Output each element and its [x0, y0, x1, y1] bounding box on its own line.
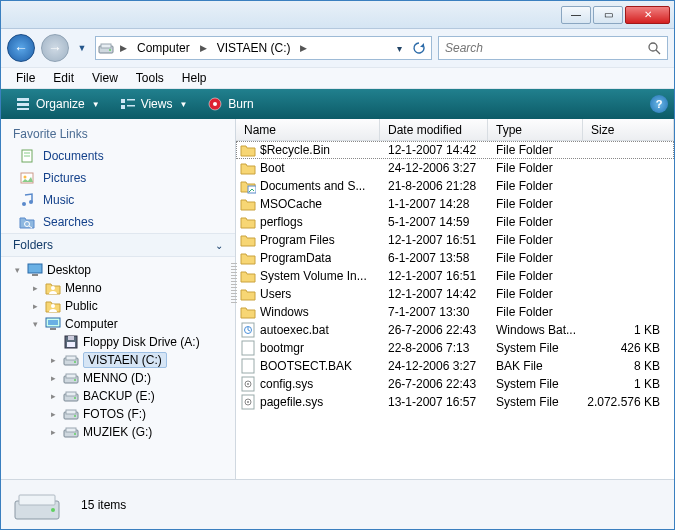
burn-label: Burn	[228, 97, 253, 111]
back-button[interactable]: ←	[7, 34, 35, 62]
file-row[interactable]: ProgramData6-1-2007 13:58File Folder	[236, 249, 674, 267]
favorite-link-documents[interactable]: Documents	[1, 145, 235, 167]
tree-item[interactable]: ▸MUZIEK (G:)	[1, 423, 235, 441]
file-size: 426 KB	[583, 341, 674, 355]
tree-item[interactable]: ▸MENNO (D:)	[1, 369, 235, 387]
tree-item[interactable]: Floppy Disk Drive (A:)	[1, 333, 235, 351]
address-bar[interactable]: ▶ Computer ▶ VISTAEN (C:) ▶ ▾	[95, 36, 432, 60]
favorite-link-pictures[interactable]: Pictures	[1, 167, 235, 189]
pics-icon	[19, 170, 35, 186]
col-name[interactable]: Name	[236, 119, 380, 140]
search-icon	[19, 214, 35, 230]
close-button[interactable]: ✕	[625, 6, 670, 24]
file-row[interactable]: Documents and S...21-8-2006 21:28File Fo…	[236, 177, 674, 195]
crumb-drive[interactable]: VISTAEN (C:)	[213, 39, 295, 57]
col-size[interactable]: Size	[583, 119, 674, 140]
favorite-link-searches[interactable]: Searches	[1, 211, 235, 233]
tree-item[interactable]: ▸FOTOS (F:)	[1, 405, 235, 423]
favorite-link-music[interactable]: Music	[1, 189, 235, 211]
folder-icon	[240, 196, 256, 212]
docs-icon	[19, 148, 35, 164]
crumb-chevron[interactable]: ▶	[198, 43, 209, 53]
menu-edit[interactable]: Edit	[44, 69, 83, 87]
file-name: Boot	[260, 161, 285, 175]
file-type: File Folder	[488, 233, 583, 247]
expand-toggle[interactable]: ▸	[47, 426, 59, 438]
file-row[interactable]: Program Files12-1-2007 16:51File Folder	[236, 231, 674, 249]
tree-item-label: VISTAEN (C:)	[83, 352, 167, 368]
file-date: 24-12-2006 3:27	[380, 161, 488, 175]
file-row[interactable]: perflogs5-1-2007 14:59File Folder	[236, 213, 674, 231]
expand-toggle[interactable]: ▸	[47, 372, 59, 384]
expand-toggle[interactable]: ▸	[47, 390, 59, 402]
file-row[interactable]: MSOCache1-1-2007 14:28File Folder	[236, 195, 674, 213]
menu-help[interactable]: Help	[173, 69, 216, 87]
file-row[interactable]: bootmgr22-8-2006 7:13System File426 KB	[236, 339, 674, 357]
desktop-icon	[27, 262, 43, 278]
maximize-button[interactable]: ▭	[593, 6, 623, 24]
expand-toggle[interactable]: ▾	[29, 318, 41, 330]
file-row[interactable]: Windows7-1-2007 13:30File Folder	[236, 303, 674, 321]
svg-rect-52	[242, 359, 254, 373]
file-row[interactable]: Boot24-12-2006 3:27File Folder	[236, 159, 674, 177]
tree-item[interactable]: ▸Menno	[1, 279, 235, 297]
crumb-root-chevron[interactable]: ▶	[118, 43, 129, 53]
menu-file[interactable]: File	[7, 69, 44, 87]
refresh-button[interactable]	[409, 38, 429, 58]
crumb-computer[interactable]: Computer	[133, 39, 194, 57]
tree-item[interactable]: ▸VISTAEN (C:)	[1, 351, 235, 369]
menu-view[interactable]: View	[83, 69, 127, 87]
file-size: 8 KB	[583, 359, 674, 373]
svg-rect-11	[127, 105, 135, 107]
expand-toggle[interactable]: ▸	[29, 300, 41, 312]
crumb-chevron-end[interactable]: ▶	[298, 43, 309, 53]
forward-button[interactable]: →	[41, 34, 69, 62]
pane-resize-handle[interactable]	[231, 263, 237, 303]
svg-rect-8	[121, 99, 125, 103]
file-name: bootmgr	[260, 341, 304, 355]
burn-button[interactable]: Burn	[199, 93, 261, 115]
file-row[interactable]: System Volume In...12-1-2007 16:51File F…	[236, 267, 674, 285]
file-row[interactable]: $Recycle.Bin12-1-2007 14:42File Folder	[236, 141, 674, 159]
computer-icon	[45, 316, 61, 332]
svg-rect-60	[19, 495, 55, 505]
file-date: 5-1-2007 14:59	[380, 215, 488, 229]
search-box[interactable]	[438, 36, 668, 60]
file-type: System File	[488, 395, 583, 409]
folders-header[interactable]: Folders ⌄	[1, 233, 235, 257]
file-type: File Folder	[488, 179, 583, 193]
svg-point-58	[247, 401, 249, 403]
tree-item[interactable]: ▾Desktop	[1, 261, 235, 279]
folder-icon	[240, 142, 256, 158]
tree-item[interactable]: ▾Computer	[1, 315, 235, 333]
organize-button[interactable]: Organize ▼	[7, 93, 108, 115]
file-row[interactable]: BOOTSECT.BAK24-12-2006 3:27BAK File8 KB	[236, 357, 674, 375]
tree-item[interactable]: ▸Public	[1, 297, 235, 315]
address-dropdown[interactable]: ▾	[389, 38, 409, 58]
expand-toggle[interactable]: ▸	[47, 354, 59, 366]
search-input[interactable]	[445, 41, 647, 55]
file-row[interactable]: pagefile.sys13-1-2007 16:57System File2.…	[236, 393, 674, 411]
expand-toggle[interactable]: ▾	[11, 264, 23, 276]
drive-large-icon	[13, 487, 61, 523]
file-row[interactable]: autoexec.bat26-7-2006 22:43Windows Bat..…	[236, 321, 674, 339]
file-row[interactable]: Users12-1-2007 14:42File Folder	[236, 285, 674, 303]
file-type: File Folder	[488, 215, 583, 229]
menu-tools[interactable]: Tools	[127, 69, 173, 87]
svg-point-26	[51, 304, 55, 308]
svg-line-4	[656, 50, 660, 54]
file-row[interactable]: config.sys26-7-2006 22:43System File1 KB	[236, 375, 674, 393]
expand-toggle[interactable]: ▸	[47, 408, 59, 420]
file-name: ProgramData	[260, 251, 331, 265]
views-button[interactable]: Views ▼	[112, 93, 196, 115]
tree-item[interactable]: ▸BACKUP (E:)	[1, 387, 235, 405]
col-date[interactable]: Date modified	[380, 119, 488, 140]
minimize-button[interactable]: —	[561, 6, 591, 24]
col-type[interactable]: Type	[488, 119, 583, 140]
status-item-count: 15 items	[81, 498, 126, 512]
svg-point-20	[29, 200, 33, 204]
help-button[interactable]: ?	[650, 95, 668, 113]
favorite-label: Searches	[43, 215, 94, 229]
expand-toggle[interactable]: ▸	[29, 282, 41, 294]
nav-history-dropdown[interactable]: ▼	[75, 39, 89, 57]
